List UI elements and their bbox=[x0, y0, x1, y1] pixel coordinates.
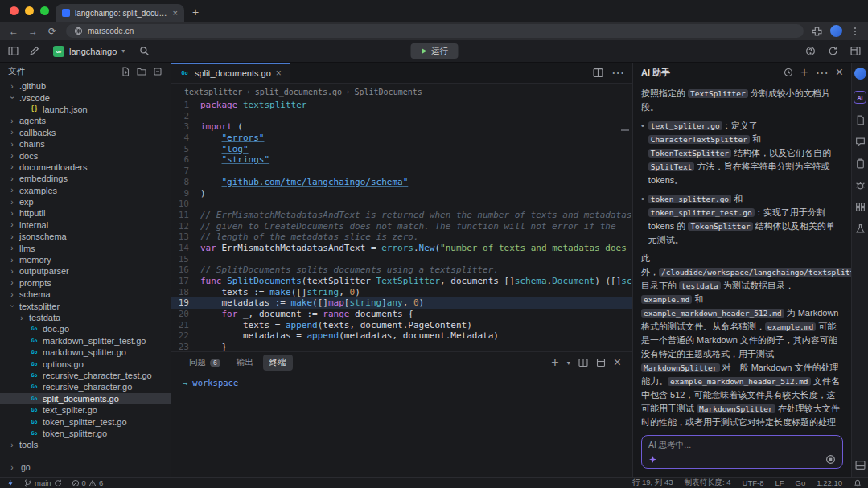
ai-conversation[interactable]: 按照指定的 TextSplitter 分割成较小的文档片段。•text_spli… bbox=[633, 82, 851, 429]
tree-item-memory[interactable]: ›memory bbox=[0, 254, 171, 265]
folder-chevron-icon[interactable]: › bbox=[8, 117, 16, 125]
window-controls[interactable] bbox=[6, 0, 56, 22]
status-item[interactable]: 制表符长度: 4 bbox=[685, 478, 731, 488]
folder-chevron-icon[interactable]: › bbox=[8, 94, 17, 102]
bug-icon[interactable] bbox=[855, 180, 866, 191]
breadcrumb-item[interactable]: SplitDocuments bbox=[354, 88, 422, 96]
search-icon[interactable] bbox=[138, 45, 150, 58]
folder-chevron-icon[interactable]: › bbox=[8, 220, 16, 229]
back-button[interactable]: ← bbox=[8, 26, 19, 37]
browser-tab[interactable]: langchaingo: split_document × bbox=[56, 4, 184, 22]
editor-tab[interactable]: Go split_documents.go × bbox=[171, 63, 290, 83]
code-line-13[interactable]: 13// length of the metadatas slice is ze… bbox=[171, 232, 632, 243]
reload-button[interactable]: ⟳ bbox=[47, 26, 58, 37]
code-line-2[interactable]: 2 bbox=[171, 111, 632, 122]
layout-icon[interactable] bbox=[849, 45, 862, 58]
folder-chevron-icon[interactable]: › bbox=[8, 82, 16, 91]
tree-item-agents[interactable]: ›agents bbox=[0, 115, 171, 126]
address-bar[interactable]: marscode.cn bbox=[66, 24, 804, 38]
folder-chevron-icon[interactable]: › bbox=[8, 267, 16, 276]
new-file-icon[interactable] bbox=[121, 67, 130, 76]
tree-item-doc.go[interactable]: Godoc.go bbox=[0, 323, 171, 334]
tree-item-options.go[interactable]: Gooptions.go bbox=[0, 358, 171, 369]
tree-item-outputparser[interactable]: ›outputparser bbox=[0, 265, 171, 277]
split-terminal-icon[interactable] bbox=[578, 358, 588, 367]
folder-chevron-icon[interactable]: › bbox=[8, 162, 16, 171]
new-chat-icon[interactable]: + bbox=[800, 65, 808, 80]
document-icon[interactable] bbox=[855, 115, 866, 125]
code-line-17[interactable]: 17func SplitDocuments(textSplitter TextS… bbox=[171, 276, 632, 287]
sidebar-toggle-icon[interactable] bbox=[6, 45, 19, 58]
status-item[interactable]: Go bbox=[796, 478, 806, 487]
code-line-15[interactable]: 15 bbox=[171, 254, 632, 265]
code-line-12[interactable]: 12// given to CreateDocuments does not m… bbox=[171, 221, 632, 232]
breadcrumb-item[interactable]: textsplitter bbox=[184, 88, 242, 96]
panel-layout-icon[interactable] bbox=[855, 460, 866, 470]
folder-chevron-icon[interactable]: › bbox=[8, 441, 16, 449]
code-line-1[interactable]: 1package textsplitter bbox=[171, 100, 632, 111]
ai-more-icon[interactable]: ⋯ bbox=[816, 65, 829, 80]
tree-item-recursive_character.go[interactable]: Gorecursive_character.go bbox=[0, 381, 171, 392]
editor-tab-close-icon[interactable]: × bbox=[276, 68, 282, 79]
status-item[interactable]: LF bbox=[775, 478, 784, 487]
inline-code-chip[interactable]: CharacterTextSplitter bbox=[648, 135, 750, 144]
tree-item-embeddings[interactable]: ›embeddings bbox=[0, 173, 171, 184]
folder-chevron-icon[interactable]: › bbox=[8, 256, 16, 265]
tree-item-llms[interactable]: ›llms bbox=[0, 242, 171, 253]
notifications-bell-icon[interactable] bbox=[854, 479, 862, 487]
tools-icon[interactable] bbox=[27, 45, 40, 58]
tree-item-documentloaders[interactable]: ›documentloaders bbox=[0, 162, 171, 173]
new-tab-button[interactable]: + bbox=[184, 6, 207, 22]
inline-code-chip[interactable]: TokenSplitter bbox=[688, 222, 752, 231]
tree-item-launch.json[interactable]: {}launch.json bbox=[0, 104, 171, 115]
inline-code-chip[interactable]: SplitText bbox=[648, 162, 694, 171]
breadcrumb-item[interactable]: split_documents.go bbox=[255, 88, 342, 96]
new-folder-icon[interactable] bbox=[137, 67, 146, 76]
inline-code-chip[interactable]: example_markdown_header_512.md bbox=[641, 309, 784, 318]
inline-code-chip[interactable]: testdata bbox=[679, 281, 721, 290]
history-icon[interactable] bbox=[784, 68, 793, 77]
folder-chevron-icon[interactable]: › bbox=[8, 186, 16, 195]
tree-item-schema[interactable]: ›schema bbox=[0, 289, 171, 300]
close-window-button[interactable] bbox=[10, 6, 19, 15]
terminal-dropdown-icon[interactable]: ▾ bbox=[567, 359, 570, 367]
branch-indicator[interactable]: main bbox=[24, 478, 62, 487]
inline-code-chip[interactable]: example.md bbox=[641, 295, 692, 304]
code-line-23[interactable]: 23 } bbox=[171, 342, 632, 351]
tree-item-token_splitter_test.go[interactable]: Gotoken_splitter_test.go bbox=[0, 416, 171, 427]
inline-code-chip[interactable]: token_splitter_test.go bbox=[648, 208, 755, 217]
inline-code-chip[interactable]: text_spliter.go bbox=[648, 121, 722, 130]
panel-tab-问题[interactable]: 问题6 bbox=[183, 355, 227, 371]
tree-item-docs[interactable]: ›docs bbox=[0, 150, 171, 161]
account-avatar[interactable] bbox=[854, 68, 866, 80]
ai-assistant-icon[interactable]: AI bbox=[854, 91, 866, 104]
tree-item-.github[interactable]: ›.github bbox=[0, 80, 171, 92]
workspace-switcher[interactable]: ∞ langchaingo ▾ bbox=[48, 44, 130, 59]
tree-item-markdown_splitter.go[interactable]: Gomarkdown_splitter.go bbox=[0, 347, 171, 358]
sidebar-bottom-section[interactable]: › go bbox=[0, 462, 171, 472]
tree-item-markdown_splitter_test.go[interactable]: Gomarkdown_splitter_test.go bbox=[0, 335, 171, 347]
forward-button[interactable]: → bbox=[27, 26, 39, 37]
tree-item-recursive_character_test.go[interactable]: Gorecursive_character_test.go bbox=[0, 370, 171, 381]
site-info-icon[interactable] bbox=[74, 27, 83, 35]
code-line-11[interactable]: 11// ErrMismatchMetadatasAndText is retu… bbox=[171, 210, 632, 221]
run-button[interactable]: 运行 bbox=[410, 43, 458, 59]
code-line-4[interactable]: 4 "errors" bbox=[171, 133, 632, 144]
tree-item-token_splitter.go[interactable]: Gotoken_splitter.go bbox=[0, 428, 171, 439]
browser-menu-icon[interactable] bbox=[850, 27, 860, 36]
folder-chevron-icon[interactable]: › bbox=[8, 209, 16, 218]
inline-code-chip[interactable]: TextSplitter bbox=[688, 89, 748, 98]
code-line-5[interactable]: 5 "log" bbox=[171, 144, 632, 155]
code-line-10[interactable]: 10 bbox=[171, 199, 632, 210]
ai-close-icon[interactable]: × bbox=[836, 65, 843, 80]
code-line-19[interactable]: 19 metadatas := make([]map[string]any, 0… bbox=[171, 297, 632, 309]
code-line-3[interactable]: 3import ( bbox=[171, 121, 632, 133]
inline-code-chip[interactable]: TokenTextSplitter bbox=[648, 149, 731, 158]
folder-chevron-icon[interactable]: › bbox=[8, 278, 16, 287]
sync-icon[interactable] bbox=[826, 45, 839, 58]
tree-item-jsonschema[interactable]: ›jsonschema bbox=[0, 231, 171, 242]
collapse-all-icon[interactable] bbox=[153, 67, 162, 76]
inline-code-chip[interactable]: example.md bbox=[765, 322, 816, 331]
code-line-22[interactable]: 22 metadatas = append(metadatas, documen… bbox=[171, 330, 632, 342]
code-line-21[interactable]: 21 texts = append(texts, document.PageCo… bbox=[171, 320, 632, 331]
